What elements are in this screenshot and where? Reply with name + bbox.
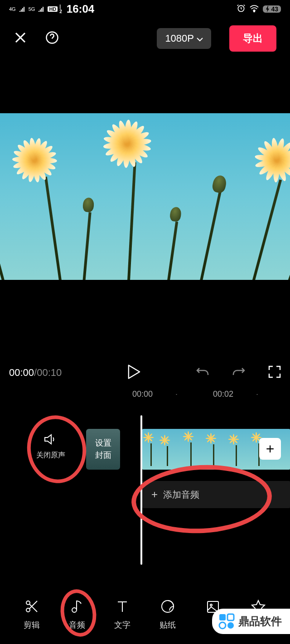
tool-edit[interactable]: 剪辑 bbox=[14, 599, 50, 630]
sticker-icon bbox=[160, 599, 175, 616]
chevron-down-icon bbox=[197, 33, 203, 44]
wifi-icon bbox=[249, 4, 259, 14]
hd-badge: HD bbox=[48, 6, 58, 12]
top-bar: 1080P 导出 bbox=[0, 18, 290, 59]
undo-button[interactable] bbox=[196, 365, 209, 380]
close-button[interactable] bbox=[14, 31, 27, 46]
watermark-logo-icon bbox=[218, 613, 235, 630]
svg-point-12 bbox=[227, 622, 234, 629]
set-cover-button[interactable]: 设置 封面 bbox=[86, 429, 120, 470]
mute-original-button[interactable]: 关闭原声 bbox=[36, 433, 65, 460]
add-audio-button[interactable]: + 添加音频 bbox=[142, 481, 290, 508]
svg-point-4 bbox=[26, 608, 30, 612]
watermark-text: 鼎品软件 bbox=[238, 614, 282, 629]
signal-bars-icon bbox=[19, 5, 26, 14]
time-current: 00:00 bbox=[9, 367, 34, 379]
music-note-icon bbox=[70, 599, 84, 616]
network-5g-label: 5G bbox=[29, 6, 35, 12]
play-button[interactable] bbox=[127, 364, 141, 381]
ruler-t1: 00:02 bbox=[213, 389, 233, 399]
tool-audio[interactable]: 音频 bbox=[59, 599, 95, 630]
resolution-label: 1080P bbox=[165, 33, 194, 44]
video-preview[interactable] bbox=[0, 113, 290, 280]
svg-point-8 bbox=[210, 604, 212, 606]
playhead[interactable] bbox=[140, 415, 142, 565]
status-bar: 4G 5G HD |2 16:04 43 bbox=[0, 0, 290, 18]
redo-button[interactable] bbox=[232, 365, 246, 380]
signal-bars-icon bbox=[39, 5, 45, 14]
ruler-dot: · bbox=[175, 389, 178, 399]
svg-rect-10 bbox=[227, 614, 234, 620]
ruler-dot: · bbox=[256, 389, 258, 399]
alarm-icon bbox=[237, 4, 246, 15]
help-button[interactable] bbox=[45, 31, 59, 46]
svg-point-5 bbox=[72, 608, 77, 612]
fullscreen-button[interactable] bbox=[268, 365, 281, 380]
timeline-ruler[interactable]: 00:00 · 00:02 · bbox=[0, 386, 290, 402]
watermark: 鼎品软件 bbox=[212, 609, 290, 634]
time-total: 00:10 bbox=[37, 367, 62, 379]
tool-text[interactable]: 文字 bbox=[104, 599, 140, 630]
scissors-icon bbox=[24, 599, 39, 616]
svg-point-3 bbox=[26, 601, 30, 605]
mute-label: 关闭原声 bbox=[36, 451, 65, 460]
ruler-t0: 00:00 bbox=[132, 389, 153, 399]
plus-icon: + bbox=[151, 488, 158, 501]
export-button[interactable]: 导出 bbox=[229, 25, 276, 52]
hd-sub: |2 bbox=[59, 4, 62, 14]
status-right: 43 bbox=[237, 4, 281, 15]
speaker-icon bbox=[44, 433, 58, 447]
clock: 16:04 bbox=[67, 3, 94, 15]
svg-rect-9 bbox=[219, 614, 226, 620]
add-audio-label: 添加音频 bbox=[163, 489, 199, 501]
tool-sticker[interactable]: 贴纸 bbox=[150, 599, 186, 630]
timeline[interactable]: 关闭原声 设置 封面 + + 添加音频 bbox=[0, 429, 290, 565]
status-left: 4G 5G HD |2 16:04 bbox=[9, 3, 94, 15]
battery-badge: 43 bbox=[263, 5, 281, 13]
resolution-button[interactable]: 1080P bbox=[157, 28, 211, 49]
network-4g-label: 4G bbox=[9, 6, 16, 12]
playback-controls: 00:00 / 00:10 bbox=[0, 359, 290, 386]
svg-point-11 bbox=[219, 622, 226, 629]
text-icon bbox=[115, 599, 130, 616]
svg-point-1 bbox=[254, 10, 255, 12]
add-clip-button[interactable]: + bbox=[259, 438, 281, 460]
